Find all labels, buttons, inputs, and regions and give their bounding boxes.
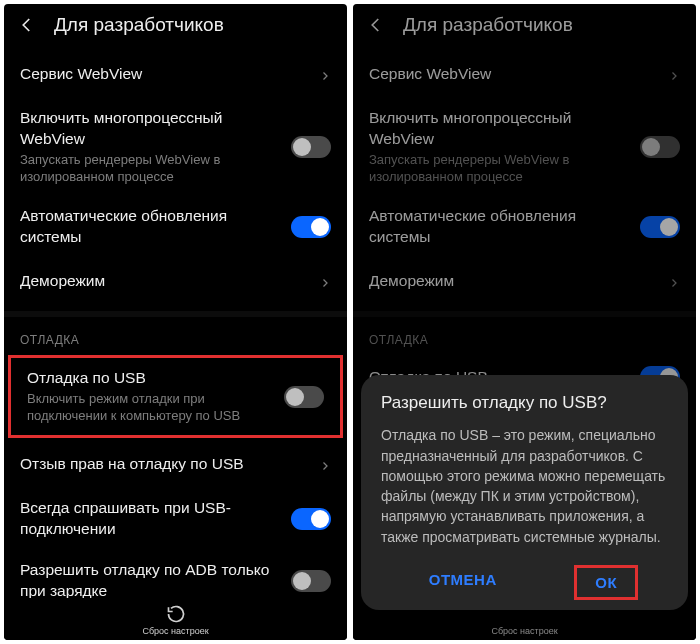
usb-debug-permission-dialog: Разрешить отладку по USB? Отладка по USB… (361, 375, 688, 610)
toggle-auto-system-update[interactable] (291, 216, 331, 238)
row-adb-only-charging[interactable]: Разрешить отладку по ADB только при заря… (4, 550, 347, 598)
settings-list: Сервис WebView Включить многопроцессный … (4, 50, 347, 598)
row-revoke-usb-auth[interactable]: Отзыв прав на отладку по USB (4, 440, 347, 488)
header: Для разработчиков (4, 4, 347, 50)
toggle-usb-debugging[interactable] (284, 386, 324, 408)
toggle-adb-only-charging[interactable] (291, 570, 331, 592)
dialog-body: Отладка по USB – это режим, специально п… (381, 425, 668, 547)
ok-button[interactable]: ОК (574, 565, 638, 600)
reset-label: Сброс настроек (142, 626, 208, 636)
page-title: Для разработчиков (54, 14, 224, 36)
chevron-right-icon (319, 275, 331, 287)
row-label: Всегда спрашивать при USB-подключении (20, 498, 281, 540)
row-label: Включить многопроцессный WebView (20, 108, 281, 150)
dialog-title: Разрешить отладку по USB? (381, 393, 668, 413)
bottom-bar: Сброс настроек (4, 598, 347, 640)
row-label: Автоматические обновления системы (20, 206, 281, 248)
dialog-actions: ОТМЕНА ОК (381, 565, 668, 600)
row-auto-system-update[interactable]: Автоматические обновления системы (4, 196, 347, 258)
reset-icon[interactable] (166, 604, 186, 624)
row-label: Разрешить отладку по ADB только при заря… (20, 560, 281, 598)
row-webview-service[interactable]: Сервис WebView (4, 50, 347, 98)
row-label: Сервис WebView (20, 64, 309, 85)
back-arrow-icon[interactable] (18, 16, 36, 34)
highlight-usb-debug: Отладка по USB Включить режим отладки пр… (8, 355, 343, 438)
phone-right: Для разработчиков Сервис WebView Включит… (353, 4, 696, 640)
phone-left: Для разработчиков Сервис WebView Включит… (4, 4, 347, 640)
section-header-debug: ОТЛАДКА (4, 311, 347, 353)
row-label: Деморежим (20, 271, 309, 292)
chevron-right-icon (319, 458, 331, 470)
row-demo-mode[interactable]: Деморежим (4, 257, 347, 305)
chevron-right-icon (319, 68, 331, 80)
toggle-always-ask-usb[interactable] (291, 508, 331, 530)
row-always-ask-usb[interactable]: Всегда спрашивать при USB-подключении (4, 488, 347, 550)
row-label: Отладка по USB (27, 368, 274, 389)
row-sublabel: Включить режим отладки при подключении к… (27, 391, 274, 425)
toggle-multiprocess-webview[interactable] (291, 136, 331, 158)
row-usb-debugging[interactable]: Отладка по USB Включить режим отладки пр… (11, 358, 340, 435)
row-sublabel: Запускать рендереры WebView в изолирован… (20, 152, 281, 186)
cancel-button[interactable]: ОТМЕНА (411, 565, 515, 600)
row-label: Отзыв прав на отладку по USB (20, 454, 309, 475)
row-multiprocess-webview[interactable]: Включить многопроцессный WebView Запуска… (4, 98, 347, 196)
